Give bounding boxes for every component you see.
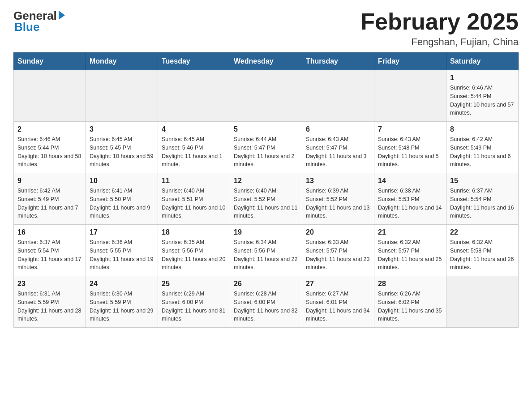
day-number: 18: [162, 228, 226, 236]
calendar-week-row: 9Sunrise: 6:42 AMSunset: 5:49 PMDaylight…: [14, 173, 519, 225]
logo-triangle-icon: [59, 11, 65, 20]
day-info: Sunrise: 6:42 AMSunset: 5:49 PMDaylight:…: [17, 187, 82, 220]
day-info: Sunrise: 6:27 AMSunset: 6:01 PMDaylight:…: [306, 290, 370, 323]
day-number: 25: [162, 280, 226, 288]
day-number: 10: [90, 177, 154, 185]
day-number: 15: [450, 177, 515, 185]
day-info: Sunrise: 6:30 AMSunset: 5:59 PMDaylight:…: [90, 290, 154, 323]
day-info: Sunrise: 6:26 AMSunset: 6:02 PMDaylight:…: [378, 290, 442, 323]
day-number: 27: [306, 280, 370, 288]
calendar-cell: 21Sunrise: 6:32 AMSunset: 5:57 PMDayligh…: [374, 225, 446, 276]
calendar-cell: 28Sunrise: 6:26 AMSunset: 6:02 PMDayligh…: [374, 276, 446, 328]
calendar-cell: 26Sunrise: 6:28 AMSunset: 6:00 PMDayligh…: [230, 276, 302, 328]
calendar-cell: [374, 70, 446, 122]
day-info: Sunrise: 6:37 AMSunset: 5:54 PMDaylight:…: [17, 238, 82, 272]
calendar-table: SundayMondayTuesdayWednesdayThursdayFrid…: [13, 52, 519, 328]
calendar-header-row: SundayMondayTuesdayWednesdayThursdayFrid…: [14, 53, 519, 70]
header-saturday: Saturday: [446, 53, 519, 70]
day-info: Sunrise: 6:46 AMSunset: 5:44 PMDaylight:…: [17, 135, 82, 169]
day-info: Sunrise: 6:44 AMSunset: 5:47 PMDaylight:…: [234, 135, 298, 169]
day-info: Sunrise: 6:46 AMSunset: 5:44 PMDaylight:…: [450, 84, 515, 117]
calendar-cell: 18Sunrise: 6:35 AMSunset: 5:56 PMDayligh…: [158, 225, 230, 276]
calendar-week-row: 23Sunrise: 6:31 AMSunset: 5:59 PMDayligh…: [14, 276, 519, 328]
logo-blue-text: Blue: [14, 20, 39, 34]
calendar-cell: 3Sunrise: 6:45 AMSunset: 5:45 PMDaylight…: [86, 122, 158, 173]
day-number: 28: [378, 280, 442, 288]
day-info: Sunrise: 6:31 AMSunset: 5:59 PMDaylight:…: [17, 290, 82, 323]
day-info: Sunrise: 6:41 AMSunset: 5:50 PMDaylight:…: [90, 187, 154, 220]
calendar-cell: 4Sunrise: 6:45 AMSunset: 5:46 PMDaylight…: [158, 122, 230, 173]
day-number: 2: [17, 125, 82, 133]
header-sunday: Sunday: [14, 53, 86, 70]
calendar-title: February 2025: [360, 9, 519, 34]
calendar-cell: 20Sunrise: 6:33 AMSunset: 5:57 PMDayligh…: [302, 225, 374, 276]
day-number: 26: [234, 280, 298, 288]
calendar-cell: 14Sunrise: 6:38 AMSunset: 5:53 PMDayligh…: [374, 173, 446, 225]
calendar-cell: 22Sunrise: 6:32 AMSunset: 5:58 PMDayligh…: [446, 225, 519, 276]
calendar-cell: 10Sunrise: 6:41 AMSunset: 5:50 PMDayligh…: [86, 173, 158, 225]
day-number: 23: [17, 280, 82, 288]
header-wednesday: Wednesday: [230, 53, 302, 70]
calendar-cell: 25Sunrise: 6:29 AMSunset: 6:00 PMDayligh…: [158, 276, 230, 328]
calendar-cell: 15Sunrise: 6:37 AMSunset: 5:54 PMDayligh…: [446, 173, 519, 225]
day-info: Sunrise: 6:40 AMSunset: 5:52 PMDaylight:…: [234, 187, 298, 220]
day-number: 12: [234, 177, 298, 185]
calendar-week-row: 2Sunrise: 6:46 AMSunset: 5:44 PMDaylight…: [14, 122, 519, 173]
day-info: Sunrise: 6:28 AMSunset: 6:00 PMDaylight:…: [234, 290, 298, 323]
calendar-cell: 9Sunrise: 6:42 AMSunset: 5:49 PMDaylight…: [14, 173, 86, 225]
calendar-cell: [230, 70, 302, 122]
day-number: 3: [90, 125, 154, 133]
calendar-cell: 24Sunrise: 6:30 AMSunset: 5:59 PMDayligh…: [86, 276, 158, 328]
day-info: Sunrise: 6:33 AMSunset: 5:57 PMDaylight:…: [306, 238, 370, 272]
calendar-cell: [86, 70, 158, 122]
header-tuesday: Tuesday: [158, 53, 230, 70]
day-info: Sunrise: 6:43 AMSunset: 5:47 PMDaylight:…: [306, 135, 370, 169]
calendar-cell: 16Sunrise: 6:37 AMSunset: 5:54 PMDayligh…: [14, 225, 86, 276]
day-info: Sunrise: 6:45 AMSunset: 5:46 PMDaylight:…: [162, 135, 226, 169]
day-number: 13: [306, 177, 370, 185]
calendar-cell: [302, 70, 374, 122]
calendar-cell: 11Sunrise: 6:40 AMSunset: 5:51 PMDayligh…: [158, 173, 230, 225]
calendar-cell: 5Sunrise: 6:44 AMSunset: 5:47 PMDaylight…: [230, 122, 302, 173]
day-info: Sunrise: 6:32 AMSunset: 5:57 PMDaylight:…: [378, 238, 442, 272]
header-friday: Friday: [374, 53, 446, 70]
day-number: 7: [378, 125, 442, 133]
calendar-cell: 17Sunrise: 6:36 AMSunset: 5:55 PMDayligh…: [86, 225, 158, 276]
day-number: 4: [162, 125, 226, 133]
header-thursday: Thursday: [302, 53, 374, 70]
day-number: 11: [162, 177, 226, 185]
day-info: Sunrise: 6:34 AMSunset: 5:56 PMDaylight:…: [234, 238, 298, 272]
day-number: 17: [90, 228, 154, 236]
day-number: 6: [306, 125, 370, 133]
day-info: Sunrise: 6:36 AMSunset: 5:55 PMDaylight:…: [90, 238, 154, 272]
day-info: Sunrise: 6:43 AMSunset: 5:48 PMDaylight:…: [378, 135, 442, 169]
day-number: 8: [450, 125, 515, 133]
calendar-cell: 8Sunrise: 6:42 AMSunset: 5:49 PMDaylight…: [446, 122, 519, 173]
day-info: Sunrise: 6:29 AMSunset: 6:00 PMDaylight:…: [162, 290, 226, 323]
calendar-cell: 7Sunrise: 6:43 AMSunset: 5:48 PMDaylight…: [374, 122, 446, 173]
day-info: Sunrise: 6:39 AMSunset: 5:52 PMDaylight:…: [306, 187, 370, 220]
calendar-week-row: 1Sunrise: 6:46 AMSunset: 5:44 PMDaylight…: [14, 70, 519, 122]
calendar-cell: 2Sunrise: 6:46 AMSunset: 5:44 PMDaylight…: [14, 122, 86, 173]
day-number: 22: [450, 228, 515, 236]
calendar-cell: 12Sunrise: 6:40 AMSunset: 5:52 PMDayligh…: [230, 173, 302, 225]
day-number: 16: [17, 228, 82, 236]
page-header: General Blue February 2025 Fengshan, Fuj…: [13, 9, 519, 48]
day-number: 21: [378, 228, 442, 236]
day-info: Sunrise: 6:42 AMSunset: 5:49 PMDaylight:…: [450, 135, 515, 169]
calendar-cell: 6Sunrise: 6:43 AMSunset: 5:47 PMDaylight…: [302, 122, 374, 173]
calendar-cell: [158, 70, 230, 122]
day-number: 9: [17, 177, 82, 185]
day-info: Sunrise: 6:38 AMSunset: 5:53 PMDaylight:…: [378, 187, 442, 220]
logo: General Blue: [13, 9, 65, 34]
day-number: 20: [306, 228, 370, 236]
calendar-subtitle: Fengshan, Fujian, China: [360, 36, 519, 48]
calendar-cell: 23Sunrise: 6:31 AMSunset: 5:59 PMDayligh…: [14, 276, 86, 328]
day-info: Sunrise: 6:35 AMSunset: 5:56 PMDaylight:…: [162, 238, 226, 272]
calendar-cell: 27Sunrise: 6:27 AMSunset: 6:01 PMDayligh…: [302, 276, 374, 328]
day-number: 1: [450, 74, 515, 82]
day-info: Sunrise: 6:37 AMSunset: 5:54 PMDaylight:…: [450, 187, 515, 220]
day-info: Sunrise: 6:40 AMSunset: 5:51 PMDaylight:…: [162, 187, 226, 220]
day-number: 5: [234, 125, 298, 133]
calendar-cell: 19Sunrise: 6:34 AMSunset: 5:56 PMDayligh…: [230, 225, 302, 276]
